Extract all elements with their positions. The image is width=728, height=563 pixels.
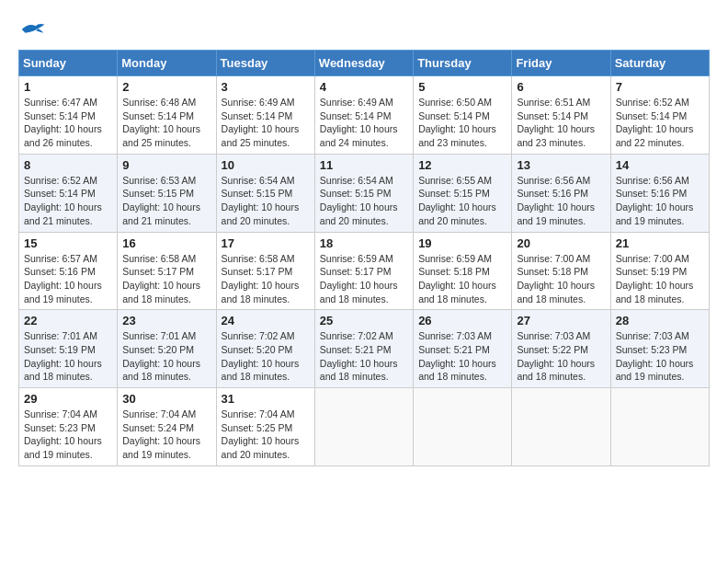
day-info: Sunrise: 6:58 AM Sunset: 5:17 PM Dayligh… bbox=[122, 252, 210, 306]
calendar-week-row: 8Sunrise: 6:52 AM Sunset: 5:14 PM Daylig… bbox=[19, 154, 710, 232]
day-number: 6 bbox=[517, 80, 605, 94]
day-info: Sunrise: 7:01 AM Sunset: 5:20 PM Dayligh… bbox=[122, 329, 210, 384]
calendar-cell: 14Sunrise: 6:56 AM Sunset: 5:16 PM Dayli… bbox=[610, 154, 709, 232]
calendar-cell: 19Sunrise: 6:59 AM Sunset: 5:18 PM Dayli… bbox=[414, 232, 512, 310]
calendar-week-row: 15Sunrise: 6:57 AM Sunset: 5:16 PM Dayli… bbox=[19, 232, 710, 310]
day-info: Sunrise: 7:00 AM Sunset: 5:18 PM Dayligh… bbox=[517, 252, 605, 306]
day-number: 27 bbox=[517, 314, 605, 327]
calendar-cell: 20Sunrise: 7:00 AM Sunset: 5:18 PM Dayli… bbox=[512, 232, 610, 310]
calendar-week-row: 29Sunrise: 7:04 AM Sunset: 5:23 PM Dayli… bbox=[19, 388, 710, 466]
day-number: 28 bbox=[616, 314, 704, 327]
day-info: Sunrise: 7:03 AM Sunset: 5:22 PM Dayligh… bbox=[517, 329, 605, 384]
day-number: 24 bbox=[222, 314, 310, 327]
weekday-header-wednesday: Wednesday bbox=[314, 51, 413, 76]
day-info: Sunrise: 6:58 AM Sunset: 5:17 PM Dayligh… bbox=[222, 252, 310, 306]
day-info: Sunrise: 7:04 AM Sunset: 5:25 PM Dayligh… bbox=[222, 408, 310, 462]
calendar-cell: 22Sunrise: 7:01 AM Sunset: 5:19 PM Dayli… bbox=[19, 310, 118, 388]
day-info: Sunrise: 6:48 AM Sunset: 5:14 PM Dayligh… bbox=[122, 96, 210, 150]
day-number: 23 bbox=[122, 314, 210, 327]
day-info: Sunrise: 6:57 AM Sunset: 5:16 PM Dayligh… bbox=[24, 252, 112, 306]
day-info: Sunrise: 6:51 AM Sunset: 5:14 PM Dayligh… bbox=[517, 96, 605, 150]
day-number: 11 bbox=[320, 158, 408, 172]
day-number: 5 bbox=[418, 80, 506, 94]
day-number: 22 bbox=[24, 314, 112, 327]
calendar-cell: 9Sunrise: 6:53 AM Sunset: 5:15 PM Daylig… bbox=[118, 154, 216, 232]
calendar-cell: 10Sunrise: 6:54 AM Sunset: 5:15 PM Dayli… bbox=[216, 154, 314, 232]
day-info: Sunrise: 6:47 AM Sunset: 5:14 PM Dayligh… bbox=[24, 96, 112, 150]
day-number: 13 bbox=[517, 158, 605, 172]
day-number: 3 bbox=[222, 80, 310, 94]
day-number: 26 bbox=[418, 314, 506, 327]
calendar-week-row: 1Sunrise: 6:47 AM Sunset: 5:14 PM Daylig… bbox=[19, 76, 710, 155]
day-info: Sunrise: 6:49 AM Sunset: 5:14 PM Dayligh… bbox=[222, 96, 310, 150]
weekday-header-saturday: Saturday bbox=[610, 51, 709, 76]
calendar-table: SundayMondayTuesdayWednesdayThursdayFrid… bbox=[18, 50, 710, 466]
day-number: 12 bbox=[418, 158, 506, 172]
day-number: 21 bbox=[616, 236, 704, 250]
day-info: Sunrise: 6:56 AM Sunset: 5:16 PM Dayligh… bbox=[616, 174, 704, 228]
calendar-cell: 8Sunrise: 6:52 AM Sunset: 5:14 PM Daylig… bbox=[19, 154, 118, 232]
day-info: Sunrise: 6:55 AM Sunset: 5:15 PM Dayligh… bbox=[418, 174, 506, 228]
calendar-cell: 6Sunrise: 6:51 AM Sunset: 5:14 PM Daylig… bbox=[512, 76, 610, 155]
day-number: 7 bbox=[616, 80, 704, 94]
calendar-cell: 24Sunrise: 7:02 AM Sunset: 5:20 PM Dayli… bbox=[216, 310, 314, 388]
day-info: Sunrise: 6:59 AM Sunset: 5:17 PM Dayligh… bbox=[320, 252, 408, 306]
day-number: 20 bbox=[517, 236, 605, 250]
calendar-cell: 31Sunrise: 7:04 AM Sunset: 5:25 PM Dayli… bbox=[216, 388, 314, 466]
day-info: Sunrise: 6:50 AM Sunset: 5:14 PM Dayligh… bbox=[418, 96, 506, 150]
calendar-cell: 27Sunrise: 7:03 AM Sunset: 5:22 PM Dayli… bbox=[512, 310, 610, 388]
calendar-cell bbox=[512, 388, 610, 466]
calendar-week-row: 22Sunrise: 7:01 AM Sunset: 5:19 PM Dayli… bbox=[19, 310, 710, 388]
calendar-cell: 18Sunrise: 6:59 AM Sunset: 5:17 PM Dayli… bbox=[314, 232, 413, 310]
day-info: Sunrise: 6:54 AM Sunset: 5:15 PM Dayligh… bbox=[222, 174, 310, 228]
day-info: Sunrise: 6:53 AM Sunset: 5:15 PM Dayligh… bbox=[122, 174, 210, 228]
calendar-cell: 5Sunrise: 6:50 AM Sunset: 5:14 PM Daylig… bbox=[414, 76, 512, 155]
day-number: 18 bbox=[320, 236, 408, 250]
day-info: Sunrise: 7:03 AM Sunset: 5:23 PM Dayligh… bbox=[616, 329, 704, 384]
day-number: 15 bbox=[24, 236, 112, 250]
day-number: 1 bbox=[24, 80, 112, 94]
calendar-cell: 13Sunrise: 6:56 AM Sunset: 5:16 PM Dayli… bbox=[512, 154, 610, 232]
calendar-cell: 16Sunrise: 6:58 AM Sunset: 5:17 PM Dayli… bbox=[118, 232, 216, 310]
calendar-cell bbox=[314, 388, 413, 466]
calendar-cell: 7Sunrise: 6:52 AM Sunset: 5:14 PM Daylig… bbox=[610, 76, 709, 155]
day-number: 29 bbox=[24, 392, 112, 406]
day-number: 31 bbox=[222, 392, 310, 406]
calendar-cell: 29Sunrise: 7:04 AM Sunset: 5:23 PM Dayli… bbox=[19, 388, 118, 466]
calendar-cell: 11Sunrise: 6:54 AM Sunset: 5:15 PM Dayli… bbox=[314, 154, 413, 232]
calendar-cell: 2Sunrise: 6:48 AM Sunset: 5:14 PM Daylig… bbox=[118, 76, 216, 155]
day-info: Sunrise: 7:03 AM Sunset: 5:21 PM Dayligh… bbox=[418, 329, 506, 384]
logo-bird-icon bbox=[18, 18, 46, 40]
day-number: 2 bbox=[122, 80, 210, 94]
page-header bbox=[18, 18, 710, 40]
calendar-cell: 3Sunrise: 6:49 AM Sunset: 5:14 PM Daylig… bbox=[216, 76, 314, 155]
weekday-header-friday: Friday bbox=[512, 51, 610, 76]
day-number: 14 bbox=[616, 158, 704, 172]
day-info: Sunrise: 7:04 AM Sunset: 5:23 PM Dayligh… bbox=[24, 408, 112, 462]
day-number: 8 bbox=[24, 158, 112, 172]
calendar-body: 1Sunrise: 6:47 AM Sunset: 5:14 PM Daylig… bbox=[19, 76, 710, 466]
day-info: Sunrise: 6:52 AM Sunset: 5:14 PM Dayligh… bbox=[616, 96, 704, 150]
calendar-cell: 28Sunrise: 7:03 AM Sunset: 5:23 PM Dayli… bbox=[610, 310, 709, 388]
calendar-cell bbox=[610, 388, 709, 466]
day-info: Sunrise: 7:01 AM Sunset: 5:19 PM Dayligh… bbox=[24, 329, 112, 384]
calendar-cell: 1Sunrise: 6:47 AM Sunset: 5:14 PM Daylig… bbox=[19, 76, 118, 155]
calendar-cell: 30Sunrise: 7:04 AM Sunset: 5:24 PM Dayli… bbox=[118, 388, 216, 466]
weekday-header-monday: Monday bbox=[118, 51, 216, 76]
day-info: Sunrise: 6:52 AM Sunset: 5:14 PM Dayligh… bbox=[24, 174, 112, 228]
calendar-cell: 4Sunrise: 6:49 AM Sunset: 5:14 PM Daylig… bbox=[314, 76, 413, 155]
calendar-cell: 26Sunrise: 7:03 AM Sunset: 5:21 PM Dayli… bbox=[414, 310, 512, 388]
day-number: 17 bbox=[222, 236, 310, 250]
day-info: Sunrise: 7:00 AM Sunset: 5:19 PM Dayligh… bbox=[616, 252, 704, 306]
day-number: 16 bbox=[122, 236, 210, 250]
calendar-cell: 25Sunrise: 7:02 AM Sunset: 5:21 PM Dayli… bbox=[314, 310, 413, 388]
day-info: Sunrise: 6:59 AM Sunset: 5:18 PM Dayligh… bbox=[418, 252, 506, 306]
weekday-header-tuesday: Tuesday bbox=[216, 51, 314, 76]
day-number: 4 bbox=[320, 80, 408, 94]
calendar-cell bbox=[414, 388, 512, 466]
logo bbox=[18, 18, 50, 40]
day-number: 9 bbox=[122, 158, 210, 172]
calendar-header-row: SundayMondayTuesdayWednesdayThursdayFrid… bbox=[19, 51, 710, 76]
day-number: 30 bbox=[122, 392, 210, 406]
calendar-cell: 15Sunrise: 6:57 AM Sunset: 5:16 PM Dayli… bbox=[19, 232, 118, 310]
